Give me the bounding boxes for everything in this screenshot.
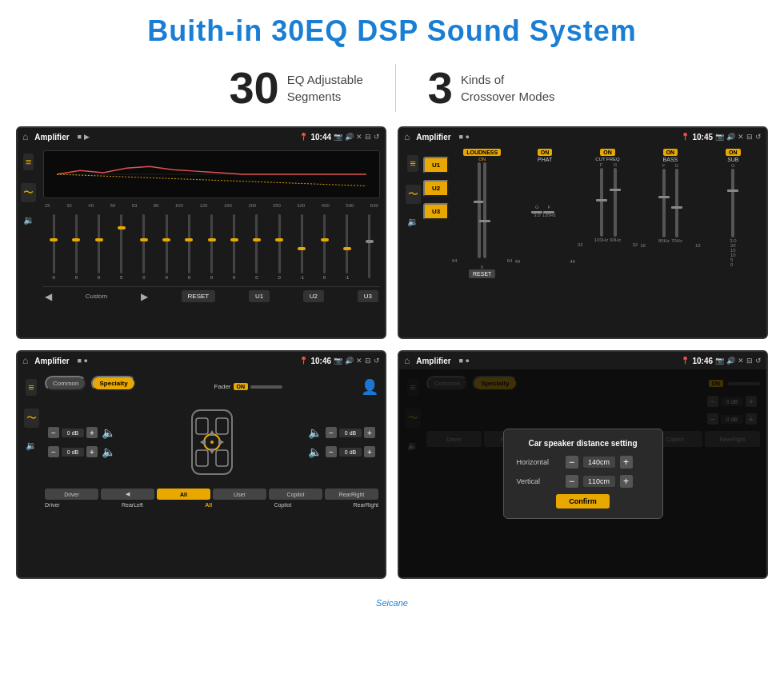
phat-on[interactable]: ON (538, 149, 553, 156)
bass-on[interactable]: ON (663, 149, 678, 156)
cutfreq-handle2[interactable] (610, 189, 621, 191)
tr-plus[interactable]: + (364, 427, 375, 438)
user-btn3[interactable]: User (213, 489, 266, 500)
confirm-button[interactable]: Confirm (556, 494, 610, 509)
fader-slider[interactable] (250, 385, 282, 389)
volume-down-icon1[interactable]: 🔉 (23, 215, 34, 225)
close-icon4: ✕ (738, 357, 744, 365)
tr-minus[interactable]: − (326, 427, 337, 438)
cutfreq-col: ON CUT FREQ F 100Hz G (578, 149, 638, 278)
waveform-icon1[interactable]: 〜 (21, 183, 36, 202)
rear-right-btn3[interactable]: RearRight (325, 489, 378, 500)
vertical-row: Vertical − 110cm + (517, 475, 650, 488)
u2-btn[interactable]: U2 (423, 180, 449, 197)
screen1-left-panel: ≡ 〜 🔉 (21, 154, 36, 225)
slider-track-2[interactable] (75, 214, 78, 273)
slider-track-10[interactable] (255, 214, 258, 273)
loudness-on[interactable]: LOUDNESS (463, 149, 501, 156)
horizontal-minus[interactable]: − (566, 456, 578, 469)
home-icon3[interactable]: ⌂ (22, 355, 28, 366)
cutfreq-handle1[interactable] (596, 199, 607, 201)
slider-handle-3[interactable] (95, 238, 103, 241)
phat-handle2[interactable] (543, 211, 554, 213)
eq-icon1[interactable]: ≡ (23, 154, 34, 170)
slider-track-12[interactable] (301, 214, 303, 273)
slider-track-6[interactable] (166, 214, 168, 273)
waveform-icon2[interactable]: 〜 (406, 185, 421, 204)
bl-minus[interactable]: − (48, 446, 59, 457)
slider-handle-15[interactable] (366, 240, 374, 243)
home-icon4[interactable]: ⌂ (404, 355, 410, 366)
slider-track-1[interactable] (53, 214, 55, 273)
specialty-tab3[interactable]: Specialty (91, 376, 135, 391)
slider-handle-8[interactable] (208, 238, 216, 241)
slider-handle-11[interactable] (275, 238, 283, 241)
slider-track-11[interactable] (278, 214, 281, 273)
u3-btn[interactable]: U3 (423, 203, 449, 220)
slider-handle-6[interactable] (162, 238, 170, 241)
slider-track-8[interactable] (210, 214, 213, 273)
slider-track-5[interactable] (142, 214, 145, 273)
copilot-btn3[interactable]: Copilot (269, 489, 322, 500)
slider-handle-10[interactable] (253, 238, 261, 241)
slider-handle-13[interactable] (321, 238, 329, 241)
reset-button[interactable]: RESET (182, 290, 216, 302)
sub-handle1[interactable] (727, 189, 738, 192)
fader-on-badge[interactable]: ON (234, 383, 249, 390)
br-plus[interactable]: + (364, 446, 375, 457)
dialog-overlay: Car speaker distance setting Horizontal … (399, 369, 766, 577)
volume-icon3b[interactable]: 🔉 (26, 441, 37, 451)
vertical-minus[interactable]: − (566, 475, 578, 488)
u2-button[interactable]: U2 (303, 290, 324, 302)
minimize-icon2: ⊟ (746, 133, 753, 141)
slider-handle-1[interactable] (50, 238, 58, 241)
slider-handle-9[interactable] (230, 238, 238, 241)
slider-track-4[interactable] (120, 214, 122, 273)
eq-icon2[interactable]: ≡ (407, 155, 418, 172)
cutfreq-on[interactable]: ON (600, 149, 615, 156)
screen1-app-title: Amplifier (34, 133, 69, 142)
home-icon[interactable]: ⌂ (22, 131, 28, 142)
slider-handle-5[interactable] (140, 238, 148, 241)
screen2-record: ■ ● (459, 133, 470, 141)
common-tab3[interactable]: Common (45, 376, 86, 391)
waveform-icon3[interactable]: 〜 (24, 409, 39, 428)
slider-handle-4[interactable] (118, 226, 126, 229)
phat-handle1[interactable] (531, 211, 542, 213)
vertical-plus[interactable]: + (620, 475, 633, 488)
horizontal-plus[interactable]: + (620, 456, 633, 469)
reset-btn2[interactable]: RESET (469, 269, 495, 278)
phat-col: ON PHAT G 3.0 F (514, 149, 574, 278)
slider-handle-7[interactable] (185, 238, 193, 241)
u3-button[interactable]: U3 (358, 290, 378, 302)
driver-btn3[interactable]: Driver (45, 489, 98, 500)
volume-icon2b[interactable]: 🔉 (407, 217, 418, 227)
all-btn3[interactable]: All (157, 489, 210, 500)
slider-track-9[interactable] (233, 214, 235, 273)
loudness-sliders (478, 162, 486, 258)
loudness-handle2[interactable] (479, 220, 490, 222)
tl-plus[interactable]: + (86, 427, 98, 438)
bl-plus[interactable]: + (86, 446, 98, 457)
sub-on[interactable]: ON (726, 149, 741, 156)
u1-button[interactable]: U1 (249, 290, 270, 302)
rear-left-btn3[interactable]: ◀ (101, 489, 154, 500)
bass-handle2[interactable] (671, 206, 682, 209)
prev-button[interactable]: ◀ (45, 291, 52, 302)
bass-handle1[interactable] (658, 196, 670, 198)
tl-minus[interactable]: − (48, 427, 59, 438)
slider-handle-14[interactable] (343, 247, 351, 250)
u1-btn[interactable]: U1 (423, 157, 449, 173)
slider-col-8: 0 (201, 214, 222, 280)
slider-handle-12[interactable] (298, 247, 306, 250)
next-button[interactable]: ▶ (141, 291, 148, 302)
slider-track-13[interactable] (323, 214, 326, 273)
slider-handle-2[interactable] (72, 238, 80, 241)
slider-track-3[interactable] (98, 214, 100, 273)
slider-track-15[interactable] (368, 214, 370, 278)
slider-track-14[interactable] (346, 214, 348, 273)
br-minus[interactable]: − (326, 446, 337, 457)
slider-track-7[interactable] (188, 214, 190, 273)
home-icon2[interactable]: ⌂ (404, 131, 410, 142)
eq-icon3[interactable]: ≡ (26, 379, 37, 396)
